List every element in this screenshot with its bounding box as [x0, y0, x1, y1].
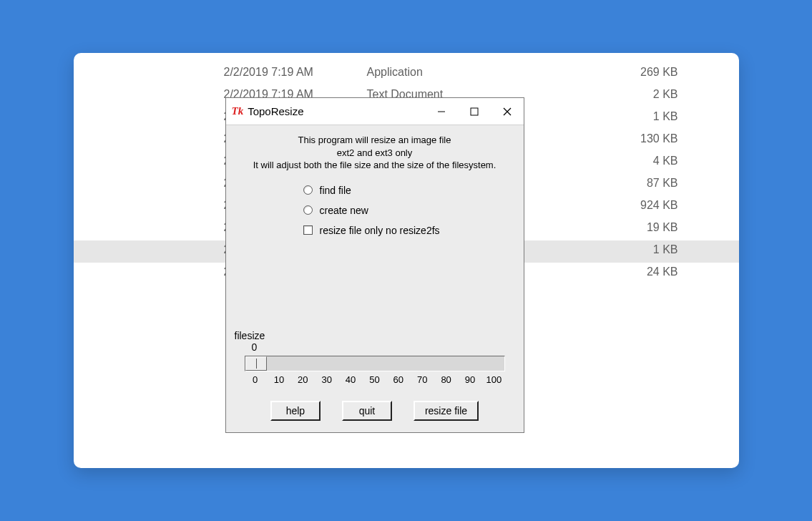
- toporesize-dialog: Tk TopoResize This program will resize a…: [225, 97, 524, 433]
- slider-label: filesize: [235, 330, 517, 341]
- file-size: 924 KB: [640, 199, 678, 212]
- radio-find-file[interactable]: find file: [303, 185, 517, 196]
- checkbox-icon: [303, 225, 313, 235]
- file-size: 2 KB: [653, 88, 678, 101]
- slider-ticks: 0102030405060708090100: [248, 374, 502, 385]
- slider-thumb[interactable]: [245, 356, 267, 371]
- dialog-titlebar[interactable]: Tk TopoResize: [226, 98, 524, 125]
- slider-tick: 50: [366, 374, 382, 385]
- dialog-title: TopoResize: [248, 105, 424, 117]
- slider-tick: 70: [414, 374, 430, 385]
- slider-tick: 60: [391, 374, 406, 385]
- checkbox-label: resize file only no resize2fs: [320, 225, 440, 236]
- svg-rect-1: [471, 108, 478, 115]
- file-size: 130 KB: [640, 132, 678, 145]
- filesize-slider[interactable]: [245, 356, 505, 371]
- file-size: 1 KB: [653, 110, 678, 123]
- slider-tick: 0: [248, 374, 263, 385]
- radio-label: create new: [320, 205, 368, 216]
- file-size: 87 KB: [647, 177, 678, 190]
- dialog-body: This program will resize an image file e…: [226, 125, 524, 432]
- file-size: 4 KB: [653, 155, 678, 167]
- checkbox-resize-only[interactable]: resize file only no resize2fs: [303, 225, 517, 236]
- slider-tick: 40: [343, 374, 358, 385]
- slider-tick: 30: [319, 374, 335, 385]
- slider-tick: 20: [295, 374, 310, 385]
- file-size: 24 KB: [647, 266, 678, 278]
- radio-icon: [303, 185, 313, 195]
- intro-text: This program will resize an image file e…: [233, 134, 517, 172]
- quit-button[interactable]: quit: [342, 401, 392, 421]
- close-button[interactable]: [491, 98, 524, 125]
- file-size: 1 KB: [653, 243, 678, 256]
- radio-icon: [303, 205, 313, 215]
- file-type: Application: [367, 66, 423, 79]
- help-button[interactable]: help: [270, 401, 321, 421]
- slider-tick: 100: [486, 374, 502, 385]
- resize-file-button[interactable]: resize file: [414, 401, 479, 421]
- radio-create-new[interactable]: create new: [303, 205, 517, 216]
- radio-label: find file: [320, 185, 351, 196]
- minimize-button[interactable]: [425, 98, 458, 125]
- slider-value: 0: [252, 341, 517, 353]
- file-size: 269 KB: [640, 66, 678, 79]
- file-explorer-panel: 2/2/2019 7:19 AMApplication269 KB2/2/201…: [74, 53, 739, 468]
- slider-tick: 90: [462, 374, 478, 385]
- file-size: 19 KB: [647, 221, 678, 234]
- maximize-button[interactable]: [458, 98, 491, 125]
- tk-logo-icon: Tk: [232, 105, 244, 117]
- file-date: 2/2/2019 7:19 AM: [224, 66, 313, 79]
- slider-tick: 10: [271, 374, 287, 385]
- slider-tick: 80: [439, 374, 454, 385]
- file-row[interactable]: 2/2/2019 7:19 AMApplication269 KB: [74, 63, 739, 85]
